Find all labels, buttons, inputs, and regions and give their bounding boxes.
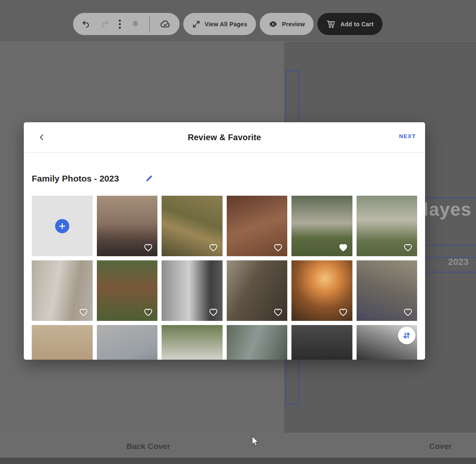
view-all-pages-label: View All Pages xyxy=(205,21,247,28)
heart-icon xyxy=(403,242,413,252)
photo-kids-bedroom[interactable] xyxy=(97,196,158,256)
photo-bw-portrait[interactable] xyxy=(291,325,352,360)
favorite-button[interactable] xyxy=(273,242,284,253)
heart-icon xyxy=(208,306,219,317)
favorite-button-active[interactable] xyxy=(338,242,349,253)
photo-front-yard-swing[interactable] xyxy=(291,196,352,256)
favorite-button[interactable] xyxy=(403,306,414,318)
photo-baby-bottles[interactable] xyxy=(97,325,158,360)
back-cover-label: Back Cover xyxy=(127,442,170,451)
editor-topbar: View All Pages Preview Add to Cart xyxy=(0,0,476,41)
expand-arrows-icon xyxy=(192,20,200,28)
photo-bw-trees[interactable] xyxy=(357,325,418,360)
add-photo-tile[interactable] xyxy=(32,196,93,256)
sort-button[interactable] xyxy=(398,327,415,344)
favorite-button[interactable] xyxy=(273,306,284,318)
favorite-button[interactable] xyxy=(338,306,349,318)
heart-icon xyxy=(78,306,89,317)
chevron-left-icon xyxy=(38,132,46,142)
favorite-button[interactable] xyxy=(403,242,414,253)
photo-baby-blanket[interactable] xyxy=(227,196,288,256)
heart-icon xyxy=(338,306,349,317)
heart-icon xyxy=(143,242,154,252)
undo-icon xyxy=(81,20,91,29)
album-title-row: Family Photos - 2023 xyxy=(32,174,425,184)
cloud-sync-button[interactable] xyxy=(160,20,171,29)
undo-button[interactable] xyxy=(81,20,91,29)
edit-title-button[interactable] xyxy=(145,174,153,183)
page-labels-strip: Back Cover Cover xyxy=(0,433,476,458)
photo-park-stroller[interactable] xyxy=(162,196,223,256)
heart-icon xyxy=(273,242,284,252)
modal-title: Review & Favorite xyxy=(188,133,261,142)
photo-mom-baby-yard[interactable] xyxy=(357,196,418,256)
modal-header: Review & Favorite NEXT xyxy=(24,122,425,153)
cart-icon xyxy=(326,19,336,29)
sort-arrows-icon xyxy=(402,330,412,340)
photo-toddler-map[interactable] xyxy=(32,325,93,360)
bottom-bar xyxy=(0,458,476,464)
notifications-button[interactable] xyxy=(131,20,140,29)
photo-bike-sunset[interactable] xyxy=(291,260,352,321)
photo-girl-kitchen-table[interactable] xyxy=(32,260,93,321)
add-photo-icon xyxy=(55,219,69,233)
heart-icon xyxy=(208,242,219,252)
toolbar-divider xyxy=(149,16,150,33)
photo-backyard-play[interactable] xyxy=(97,260,158,321)
photo-mom-baby-armchair[interactable] xyxy=(357,260,418,321)
redo-button[interactable] xyxy=(100,20,109,29)
add-to-cart-label: Add to Cart xyxy=(340,21,374,28)
next-button[interactable]: NEXT xyxy=(399,133,416,139)
heart-icon xyxy=(143,306,154,317)
app-screen: View All Pages Preview Add to Cart layes… xyxy=(0,0,476,464)
editor-toolbar: View All Pages Preview Add to Cart xyxy=(73,13,382,35)
favorite-button[interactable] xyxy=(208,306,220,318)
favorite-button[interactable] xyxy=(143,242,154,253)
heart-icon xyxy=(403,306,413,317)
favorite-button[interactable] xyxy=(78,306,90,318)
history-toolbar xyxy=(73,13,180,35)
photo-bw-hallway[interactable] xyxy=(162,260,223,321)
heart-icon xyxy=(338,242,349,252)
kebab-menu-icon xyxy=(119,19,121,29)
photo-nursery-chair[interactable] xyxy=(227,260,288,321)
view-all-pages-button[interactable]: View All Pages xyxy=(183,13,256,35)
photo-grid xyxy=(32,196,425,360)
more-options-button[interactable] xyxy=(119,19,121,29)
heart-icon xyxy=(273,306,284,317)
photo-kids-car[interactable] xyxy=(227,325,288,360)
add-to-cart-button[interactable]: Add to Cart xyxy=(317,13,382,35)
cover-label: Cover xyxy=(429,442,452,451)
favorite-button[interactable] xyxy=(208,242,220,253)
pencil-icon xyxy=(145,174,153,183)
review-favorite-modal: Review & Favorite NEXT Family Photos - 2… xyxy=(24,122,425,360)
photo-girl-grass[interactable] xyxy=(162,325,223,360)
album-title: Family Photos - 2023 xyxy=(32,174,119,184)
preview-button[interactable]: Preview xyxy=(260,13,314,35)
back-button[interactable] xyxy=(38,132,46,142)
cover-year-text: 2023 xyxy=(448,257,468,267)
eye-icon xyxy=(268,20,278,28)
bell-icon xyxy=(131,20,140,29)
cloud-check-icon xyxy=(160,20,171,29)
cover-title-text: layes xyxy=(423,199,471,220)
favorite-button[interactable] xyxy=(143,306,154,318)
preview-label: Preview xyxy=(282,21,305,28)
redo-icon xyxy=(100,20,109,29)
